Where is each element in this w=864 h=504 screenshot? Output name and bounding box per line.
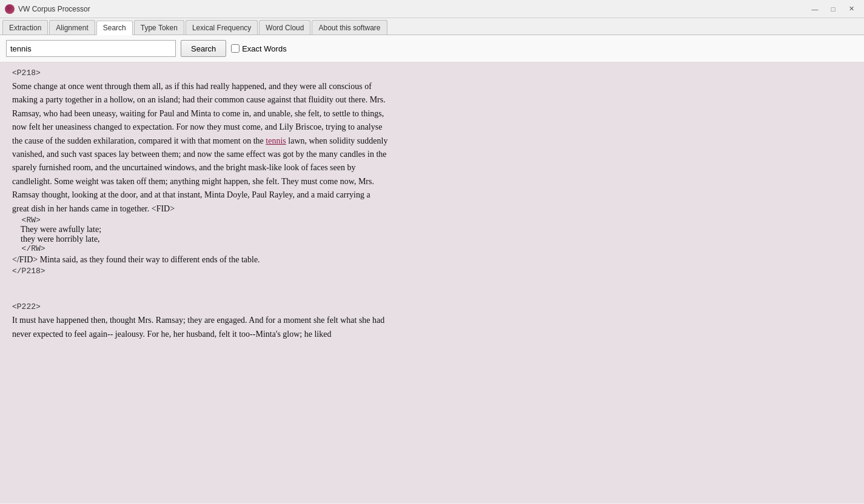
minimize-button[interactable]: — xyxy=(807,2,823,16)
tab-alignment[interactable]: Alignment xyxy=(49,20,95,35)
maximize-button[interactable]: □ xyxy=(825,2,841,16)
rw-close-tag: </RW> xyxy=(12,244,852,253)
exact-words-text: Exact Words xyxy=(242,44,286,53)
tab-word-cloud[interactable]: Word Cloud xyxy=(259,20,310,35)
passage-p218: <P218> Some change at once went through … xyxy=(12,68,852,276)
search-input[interactable] xyxy=(6,40,176,57)
exact-words-label[interactable]: Exact Words xyxy=(231,44,286,53)
p222-open-tag: <P222> xyxy=(12,302,852,311)
p218-fid-close: </FID> Minta said, as they found their w… xyxy=(12,253,388,267)
gap-block xyxy=(12,290,852,302)
close-button[interactable]: ✕ xyxy=(843,2,859,16)
passage-p222: <P222> It must have happened then, thoug… xyxy=(12,302,852,341)
p218-close-tag: </P218> xyxy=(12,267,852,276)
content-area: <P218> Some change at once went through … xyxy=(0,62,864,503)
rw-open-tag: <RW> xyxy=(12,216,852,225)
p222-text: It must have happened then, thought Mrs.… xyxy=(12,314,388,341)
rw-text-1: They were awfully late; xyxy=(12,225,852,234)
tab-search[interactable]: Search xyxy=(96,21,133,35)
title-bar-left: VW Corpus Processor xyxy=(5,4,90,14)
p218-text: Some change at once went through them al… xyxy=(12,80,388,216)
title-bar-controls: — □ ✕ xyxy=(807,2,859,16)
search-button[interactable]: Search xyxy=(181,40,226,57)
tab-about-software[interactable]: About this software xyxy=(312,20,387,35)
title-bar-title: VW Corpus Processor xyxy=(18,5,90,13)
highlighted-word: tennis xyxy=(266,136,286,145)
rw-text-2: they were horribly late, xyxy=(12,234,852,244)
tab-type-token[interactable]: Type Token xyxy=(134,20,184,35)
toolbar: Search Exact Words xyxy=(0,35,864,62)
exact-words-checkbox[interactable] xyxy=(231,44,239,53)
tab-lexical-frequency[interactable]: Lexical Frequency xyxy=(186,20,258,35)
tab-extraction[interactable]: Extraction xyxy=(2,20,48,35)
text-scroll[interactable]: <P218> Some change at once went through … xyxy=(0,62,864,503)
tab-bar: Extraction Alignment Search Type Token L… xyxy=(0,18,864,35)
app-icon xyxy=(5,4,15,14)
p218-open-tag: <P218> xyxy=(12,68,852,78)
title-bar: VW Corpus Processor — □ ✕ xyxy=(0,0,864,18)
